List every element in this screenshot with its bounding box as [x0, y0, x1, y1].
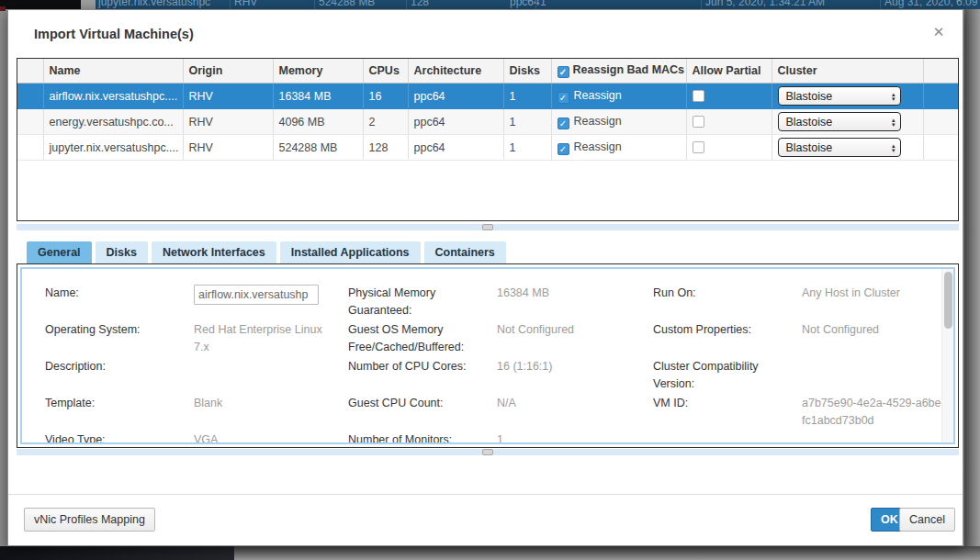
select-arrows-icon: ▴▾ [892, 92, 896, 101]
field-value-video-type: VGA [194, 431, 337, 444]
field-label-guest-os-memory: Guest OS Memory Free/Cached/Buffered: [348, 321, 497, 356]
field-value-guest-cpu-count: N/A [497, 395, 640, 412]
row-spacer-cell [923, 109, 958, 135]
resize-gripper-icon[interactable] [482, 224, 493, 230]
tab-network-interfaces[interactable]: Network Interfaces [152, 241, 276, 263]
row-spacer-cell [923, 84, 958, 109]
header-name: Name [43, 59, 183, 84]
reassign-checkbox[interactable]: ✓ [558, 143, 569, 155]
ok-button[interactable]: OK [871, 508, 903, 532]
row-select-cell[interactable] [17, 84, 43, 109]
allow-partial-checkbox[interactable] [693, 116, 704, 128]
field-value-operating-system: Red Hat Enterprise Linux 7.x [194, 321, 337, 356]
vm-name: energy.versatushpc.co... [43, 109, 183, 135]
header-reassign-bad-macs: ✓Reassign Bad MACs [551, 59, 686, 84]
bg-row-disks: 1 [540, 0, 546, 8]
allow-partial-checkbox[interactable] [693, 141, 704, 153]
field-label-physical-memory-guaranteed: Physical Memory Guaranteed: [348, 285, 497, 319]
vm-disks: 1 [503, 135, 551, 161]
header-allow-partial: Allow Partial [686, 59, 772, 84]
vm-architecture: ppc64 [408, 109, 503, 135]
background-table-row: jupyter.nix.versatushpc RHV 524288 MB 12… [0, 0, 980, 9]
resize-gripper-icon[interactable] [482, 449, 493, 455]
vm-name: jupyter.nix.versatushpc.... [43, 135, 183, 161]
field-label-number-of-monitors: Number of Monitors: [348, 431, 497, 444]
backdrop-bottom-sidebar [0, 546, 234, 560]
select-arrows-icon: ▴▾ [892, 118, 896, 127]
vm-row-jupyter[interactable]: jupyter.nix.versatushpc.... RHV 524288 M… [17, 135, 958, 161]
reassign-bad-macs-label: Reassign Bad MACs [573, 63, 685, 76]
bg-row-creation-date: Jun 5, 2020, 1:34:21 AM [705, 0, 825, 8]
vm-origin: RHV [183, 109, 273, 135]
reassign-label: Reassign [574, 140, 622, 153]
detail-scrollbar-thumb[interactable] [944, 272, 952, 329]
row-select-cell[interactable] [17, 135, 43, 161]
allow-partial-checkbox[interactable] [693, 90, 704, 102]
vm-memory: 4096 MB [273, 109, 363, 135]
vm-memory: 16384 MB [273, 84, 363, 109]
vm-architecture: ppc64 [408, 84, 503, 109]
bg-row-origin: RHV [234, 0, 257, 8]
vm-table-header-row: Name Origin Memory CPUs Architecture Dis… [17, 59, 958, 84]
detail-scrollbar[interactable] [941, 269, 953, 442]
vm-origin: RHV [183, 84, 273, 109]
vm-name-input[interactable] [194, 285, 319, 305]
vm-memory: 524288 MB [273, 135, 363, 161]
reassign-label: Reassign [574, 115, 622, 128]
cluster-select-value: Blastoise [786, 90, 833, 103]
general-tab-panel: Name: Operating System: Red Hat Enterpri… [17, 263, 959, 448]
header-memory: Memory [273, 59, 363, 84]
vm-cpus: 128 [363, 135, 408, 161]
detail-tabs: General Disks Network Interfaces Install… [27, 241, 506, 263]
vnic-profiles-mapping-button[interactable]: vNic Profiles Mapping [24, 508, 155, 532]
field-value-physical-memory-guaranteed: 16384 MB [497, 285, 640, 319]
reassign-checkbox[interactable]: ✓ [558, 92, 569, 104]
field-label-video-type: Video Type: [45, 431, 194, 444]
tab-containers[interactable]: Containers [424, 241, 506, 263]
field-label-operating-system: Operating System: [45, 321, 194, 356]
footer-divider [8, 494, 963, 495]
row-spacer-cell [923, 135, 958, 161]
header-spacer-col [923, 59, 958, 84]
reassign-checkbox[interactable]: ✓ [558, 118, 569, 129]
import-vm-dialog: Import Virtual Machine(s) ✕ Name Origin … [7, 9, 963, 546]
vm-cpus: 2 [363, 109, 408, 135]
header-architecture: Architecture [408, 59, 503, 84]
tab-general[interactable]: General [27, 241, 92, 263]
field-label-number-of-cpu-cores: Number of CPU Cores: [348, 358, 497, 375]
bg-row-export-date: Aug 31, 2020, 6:09 [884, 0, 977, 8]
dialog-title: Import Virtual Machine(s) [34, 27, 194, 41]
bg-row-memory: 524288 MB [319, 0, 375, 8]
tab-disks[interactable]: Disks [96, 241, 148, 263]
bg-row-cpus: 128 [411, 0, 429, 8]
panel-resize-handle-bottom[interactable] [17, 449, 959, 455]
vm-disks: 1 [503, 109, 551, 135]
field-value-description [194, 358, 337, 375]
vm-origin: RHV [183, 135, 273, 161]
tab-installed-applications[interactable]: Installed Applications [280, 241, 421, 263]
backdrop-right [964, 0, 980, 560]
field-label-run-on: Run On: [653, 285, 802, 302]
vm-name: airflow.nix.versatushpc.... [43, 84, 183, 109]
vm-row-airflow[interactable]: airflow.nix.versatushpc.... RHV 16384 MB… [17, 84, 958, 109]
field-value-run-on: Any Host in Cluster [802, 285, 945, 302]
field-label-template: Template: [45, 395, 194, 412]
vm-row-energy[interactable]: energy.versatushpc.co... RHV 4096 MB 2 p… [17, 109, 958, 135]
vm-architecture: ppc64 [408, 135, 503, 161]
header-select-col [17, 59, 43, 84]
header-disks: Disks [503, 59, 551, 84]
cancel-button[interactable]: Cancel [899, 508, 955, 532]
field-label-vm-id: VM ID: [653, 395, 802, 430]
cluster-select[interactable]: Blastoise ▴▾ [778, 138, 901, 157]
close-icon[interactable]: ✕ [929, 23, 948, 41]
panel-resize-handle[interactable] [17, 224, 959, 230]
vm-table: Name Origin Memory CPUs Architecture Dis… [17, 58, 959, 221]
select-arrows-icon: ▴▾ [892, 143, 896, 152]
cluster-select[interactable]: Blastoise ▴▾ [778, 86, 901, 106]
reassign-bad-macs-checkbox-icon[interactable]: ✓ [558, 66, 569, 78]
vm-cpus: 16 [363, 84, 408, 109]
row-select-cell[interactable] [17, 109, 43, 135]
header-cpus: CPUs [363, 59, 408, 84]
backdrop-top-block [81, 0, 96, 9]
cluster-select[interactable]: Blastoise ▴▾ [778, 112, 901, 131]
